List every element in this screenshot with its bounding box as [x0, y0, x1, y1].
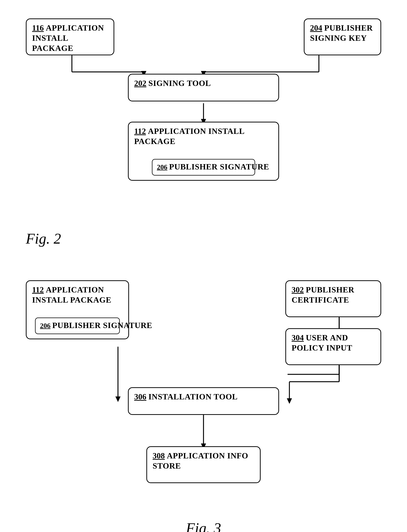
box-206-fig2-label: Publisher Signature — [169, 162, 269, 171]
box-304: 304 User and Policy Input — [285, 328, 381, 365]
box-306-label: Installation Tool — [148, 392, 238, 401]
box-308-label: Application Info Store — [153, 451, 248, 470]
box-116: 116 Application Install Package — [26, 18, 114, 55]
fig2-diagram: 116 Application Install Package 204 Publ… — [15, 11, 392, 251]
diagram-container: 116 Application Install Package 204 Publ… — [0, 0, 407, 532]
box-112-fig3: 112 Application Install Package 206 Publ… — [26, 280, 129, 339]
box-306: 306 Installation Tool — [128, 387, 279, 415]
box-112-fig3-label: Application Install Package — [32, 285, 111, 304]
box-202-label: Signing Tool — [148, 79, 211, 88]
fig3-diagram: 112 Application Install Package 206 Publ… — [15, 266, 392, 532]
svg-marker-20 — [287, 398, 292, 404]
box-302: 302 Publisher Certificate — [285, 280, 381, 317]
box-206-fig3: 206 Publisher Signature — [35, 318, 120, 334]
box-206-fig3-label: Publisher Signature — [52, 321, 152, 330]
box-112-fig2-label: Application Install Package — [134, 127, 244, 146]
box-308: 308 Application Info Store — [146, 446, 261, 483]
box-112-fig2: 112 Application Install Package 206 Publ… — [128, 122, 279, 181]
box-204: 204 Publisher Signing Key — [304, 18, 381, 55]
svg-marker-11 — [115, 397, 121, 402]
fig2-label: Fig. 2 — [26, 230, 61, 247]
box-202: 202 Signing Tool — [128, 74, 279, 101]
box-206-fig2: 206 Publisher Signature — [152, 159, 255, 175]
fig3-label: Fig. 3 — [186, 520, 221, 532]
